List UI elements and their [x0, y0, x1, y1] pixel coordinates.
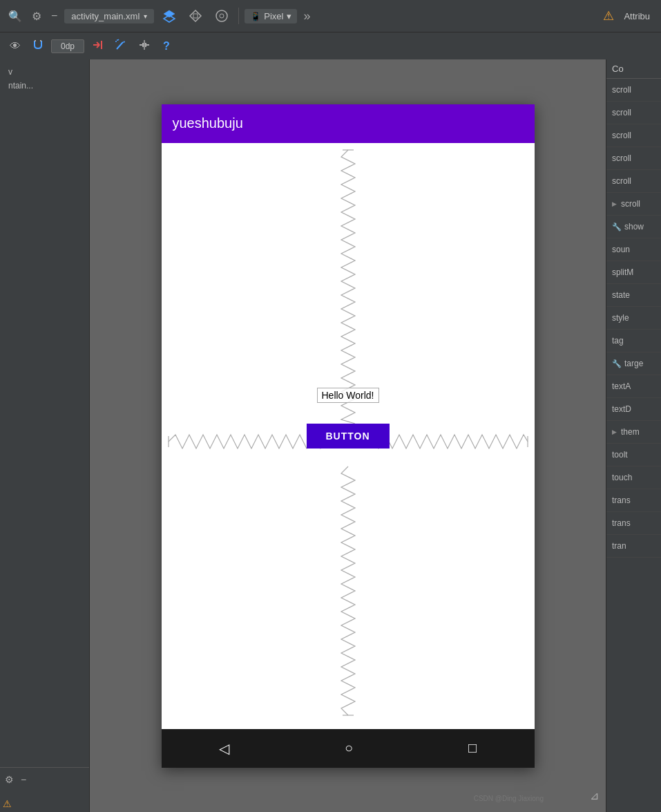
- resize-handle[interactable]: ⊿: [590, 789, 599, 802]
- phone-navbar: ◁ ○ □: [162, 729, 535, 768]
- align-icon[interactable]: [134, 36, 155, 57]
- error-icon[interactable]: [87, 36, 108, 57]
- layers-button[interactable]: [158, 7, 180, 25]
- attr-tag[interactable]: tag: [606, 330, 661, 352]
- file-tab[interactable]: activity_main.xml ▾: [64, 9, 154, 23]
- device-label: Pixel: [264, 11, 283, 21]
- phone-content: Hello World! BUTTON: [162, 143, 535, 729]
- right-panel-header: Co: [606, 59, 661, 79]
- attr-texta[interactable]: textA: [606, 375, 661, 398]
- svg-point-3: [220, 14, 224, 18]
- nav-home-icon[interactable]: ○: [345, 740, 353, 756]
- nav-recent-icon[interactable]: □: [468, 740, 477, 756]
- svg-line-13: [118, 39, 119, 40]
- nav-back-icon[interactable]: ◁: [219, 740, 229, 757]
- separator-1: [238, 8, 239, 24]
- attr-textd[interactable]: textD: [606, 398, 661, 421]
- phone-titlebar: yueshubuju: [162, 104, 535, 143]
- warning-small-icon: ⚠: [0, 795, 89, 812]
- file-tab-chevron: ▾: [144, 12, 147, 20]
- svg-marker-0: [164, 10, 175, 17]
- attr-them[interactable]: them: [606, 421, 661, 444]
- attr-scroll-3[interactable]: scroll: [606, 124, 661, 147]
- phone-title: yueshubuju: [173, 115, 243, 131]
- device-chevron: ▾: [287, 11, 291, 21]
- settings-bottom-icon[interactable]: ⚙: [3, 772, 16, 787]
- attribute-panel-label: Attribu: [618, 11, 655, 21]
- co-label: Co: [612, 64, 624, 74]
- device-selector[interactable]: 📱 Pixel ▾: [245, 9, 296, 23]
- wrench-icon-targe: 🔧: [612, 359, 622, 368]
- right-panel: Co scroll scroll scroll scroll scroll sc…: [606, 59, 661, 812]
- design-icon: [189, 9, 202, 23]
- attr-scroll-2[interactable]: scroll: [606, 102, 661, 124]
- magnet-icon[interactable]: [28, 36, 48, 57]
- file-tab-label: activity_main.xml: [71, 11, 140, 21]
- wand-icon[interactable]: [111, 36, 131, 57]
- attr-scroll-5[interactable]: scroll: [606, 170, 661, 193]
- eye-icon[interactable]: 👁: [6, 37, 25, 55]
- left-panel-item-2[interactable]: ntain...: [3, 79, 86, 93]
- design-button[interactable]: [184, 7, 207, 25]
- attr-scroll-1[interactable]: scroll: [606, 79, 661, 102]
- left-panel-bottom: ⚙ −: [0, 767, 89, 791]
- phone-frame: yueshubuju: [162, 104, 535, 768]
- attr-trans-2[interactable]: trans: [606, 512, 661, 535]
- attr-targe[interactable]: 🔧 targe: [606, 352, 661, 375]
- svg-point-2: [216, 10, 227, 21]
- warning-icon: ⚠: [603, 8, 614, 23]
- help-icon[interactable]: ?: [157, 37, 655, 55]
- attr-touch[interactable]: touch: [606, 466, 661, 489]
- attr-style[interactable]: style: [606, 307, 661, 330]
- left-panel-content: v ntain...: [0, 59, 89, 767]
- svg-line-10: [117, 42, 123, 49]
- second-toolbar: 👁 0dp ?: [0, 32, 661, 59]
- more-options-button[interactable]: »: [301, 9, 314, 23]
- attr-tran[interactable]: tran: [606, 535, 661, 558]
- search-icon[interactable]: 🔍: [6, 7, 25, 26]
- csdn-watermark: CSDN @Ding Jiaxiong: [474, 795, 544, 802]
- hello-world-label: Hello World!: [317, 388, 379, 403]
- minus-bottom-icon[interactable]: −: [19, 772, 28, 787]
- blueprint-icon: [215, 9, 229, 23]
- wrench-icon-show: 🔧: [612, 223, 622, 232]
- phone-button-widget[interactable]: BUTTON: [306, 424, 389, 449]
- attr-splitm[interactable]: splitM: [606, 261, 661, 284]
- attr-toolt[interactable]: toolt: [606, 444, 661, 466]
- settings-icon[interactable]: ⚙: [29, 7, 44, 26]
- attr-scroll-4[interactable]: scroll: [606, 147, 661, 170]
- left-panel-item-1[interactable]: v: [3, 65, 86, 79]
- minimize-icon[interactable]: −: [48, 7, 60, 25]
- offset-input[interactable]: 0dp: [51, 39, 84, 53]
- canvas-area: yueshubuju: [90, 59, 606, 812]
- blueprint-button[interactable]: [211, 7, 233, 25]
- device-icon: 📱: [250, 11, 261, 21]
- top-toolbar: 🔍 ⚙ − activity_main.xml ▾ 📱 Pixel ▾ » ⚠ …: [0, 0, 661, 32]
- main-area: v ntain... ⚙ − ⚠ yueshubuju: [0, 59, 661, 812]
- attr-trans-1[interactable]: trans: [606, 489, 661, 512]
- layers-icon: [162, 9, 176, 23]
- attr-scroll-6[interactable]: scroll: [606, 193, 661, 216]
- left-panel: v ntain... ⚙ − ⚠: [0, 59, 90, 812]
- attr-state[interactable]: state: [606, 284, 661, 307]
- attr-show[interactable]: 🔧 show: [606, 216, 661, 238]
- attr-soun[interactable]: soun: [606, 238, 661, 261]
